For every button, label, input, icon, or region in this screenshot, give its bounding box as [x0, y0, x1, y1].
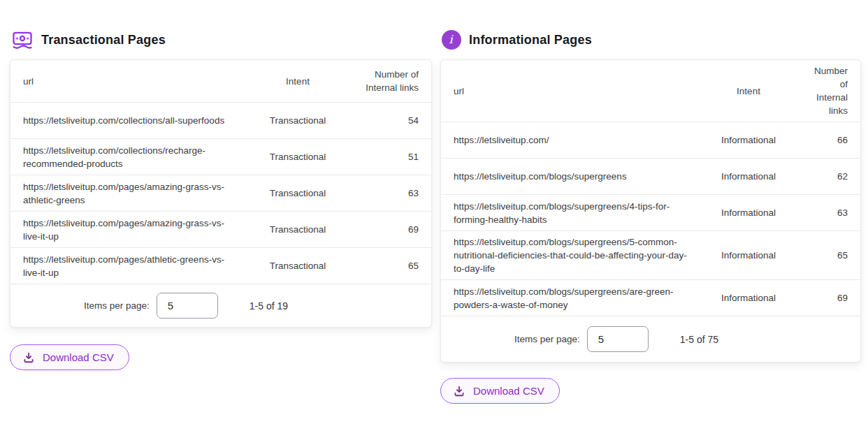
column-header-intent: Intent	[245, 75, 350, 88]
table-row: https://letsliveitup.com/collections/all…	[10, 102, 431, 138]
paginator: Items per page: 1-5 of 75	[441, 316, 860, 362]
download-icon	[22, 351, 35, 364]
items-per-page-label: Items per page:	[514, 334, 580, 344]
transactional-table: url Intent Number of Internal links http…	[10, 59, 432, 328]
url-cell: https://letsliveitup.com/pages/amazing-g…	[23, 217, 245, 243]
table-header-row: url Intent Number of Internal links	[10, 60, 431, 102]
table-row: https://letsliveitup.com/blogs/supergree…	[441, 231, 860, 279]
intent-cell: Informational	[700, 249, 797, 262]
page-range-label: 1-5 of 75	[680, 334, 718, 345]
column-header-links: Number of Internal links	[807, 64, 848, 117]
table-row: https://letsliveitup.com/blogs/supergree…	[441, 194, 860, 231]
intent-cell: Transactional	[245, 223, 350, 236]
page-title: Transactional Pages	[41, 33, 166, 47]
url-cell: https://letsliveitup.com/blogs/supergree…	[454, 200, 700, 226]
paginator: Items per page: 1-5 of 19	[10, 284, 431, 327]
column-header-intent: Intent	[700, 85, 797, 98]
table-header-row: url Intent Number of Internal links	[441, 60, 860, 122]
links-cell: 69	[807, 291, 848, 305]
informational-panel: i Informational Pages url Intent Number …	[440, 29, 861, 404]
column-header-url: url	[23, 75, 245, 88]
informational-header: i Informational Pages	[440, 29, 861, 51]
intent-cell: Transactional	[245, 114, 350, 127]
page: Transactional Pages url Intent Number of…	[0, 0, 868, 404]
column-header-links: Number of Internal links	[360, 68, 419, 94]
page-range-label: 1-5 of 19	[249, 300, 288, 312]
table-row: https://letsliveitup.com/blogs/supergree…	[441, 279, 860, 316]
items-per-page-input[interactable]	[157, 293, 218, 319]
table-row: https://letsliveitup.com/pages/amazing-g…	[10, 211, 431, 247]
links-cell: 65	[360, 259, 419, 272]
informational-table: url Intent Number of Internal links http…	[440, 59, 861, 363]
table-row: https://letsliveitup.com/pages/athletic-…	[10, 247, 431, 284]
intent-cell: Transactional	[245, 259, 350, 272]
url-cell: https://letsliveitup.com/pages/amazing-g…	[23, 180, 245, 207]
intent-cell: Informational	[700, 291, 797, 305]
links-cell: 63	[360, 187, 419, 200]
url-cell: https://letsliveitup.com/	[454, 133, 700, 147]
table-row: https://letsliveitup.com/ Informational …	[441, 122, 860, 158]
links-cell: 54	[360, 114, 419, 127]
intent-cell: Informational	[700, 133, 797, 147]
intent-cell: Transactional	[245, 187, 350, 200]
url-cell: https://letsliveitup.com/blogs/supergree…	[454, 285, 700, 312]
links-cell: 63	[807, 206, 848, 219]
intent-cell: Transactional	[245, 150, 350, 163]
download-csv-button[interactable]: Download CSV	[440, 378, 560, 404]
items-per-page-input[interactable]	[587, 326, 649, 352]
links-cell: 66	[807, 133, 848, 147]
column-header-url: url	[454, 85, 700, 98]
download-csv-label: Download CSV	[43, 351, 114, 363]
intent-cell: Informational	[700, 170, 797, 183]
download-csv-label: Download CSV	[473, 385, 544, 397]
page-title: Informational Pages	[469, 33, 592, 47]
banknote-icon	[11, 29, 34, 51]
table-row: https://letsliveitup.com/blogs/supergree…	[441, 158, 860, 194]
download-csv-button[interactable]: Download CSV	[10, 344, 129, 370]
links-cell: 51	[360, 150, 419, 163]
transactional-header: Transactional Pages	[10, 29, 432, 51]
url-cell: https://letsliveitup.com/collections/all…	[23, 114, 245, 127]
transactional-panel: Transactional Pages url Intent Number of…	[10, 29, 432, 404]
url-cell: https://letsliveitup.com/blogs/supergree…	[454, 235, 700, 275]
info-icon: i	[442, 30, 461, 50]
download-icon	[453, 385, 465, 397]
url-cell: https://letsliveitup.com/blogs/supergree…	[454, 170, 700, 183]
links-cell: 69	[360, 223, 419, 236]
table-row: https://letsliveitup.com/collections/rec…	[10, 138, 431, 175]
table-row: https://letsliveitup.com/pages/amazing-g…	[10, 175, 431, 211]
links-cell: 65	[807, 249, 848, 262]
url-cell: https://letsliveitup.com/pages/athletic-…	[23, 253, 245, 279]
links-cell: 62	[807, 170, 848, 183]
intent-cell: Informational	[700, 206, 797, 219]
url-cell: https://letsliveitup.com/collections/rec…	[23, 144, 245, 170]
items-per-page-label: Items per page:	[84, 300, 150, 311]
